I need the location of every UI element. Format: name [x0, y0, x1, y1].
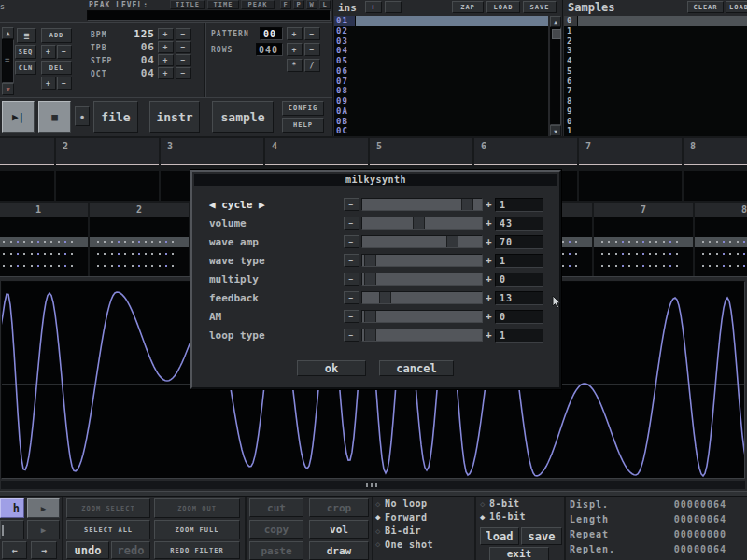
cycle-value-box[interactable]: 1	[495, 198, 543, 212]
freq-l-button[interactable]: L	[319, 0, 331, 9]
order-pattern-cell[interactable]	[0, 171, 54, 201]
instrument-name-field[interactable]	[356, 126, 548, 136]
loop-mode-one-shot[interactable]: ◇One shot	[375, 539, 433, 550]
cln-button[interactable]: CLN	[15, 61, 36, 75]
instrument-name-field[interactable]	[356, 86, 548, 96]
sample-row[interactable]: 4	[564, 56, 747, 66]
wave-type-slider-handle[interactable]	[364, 255, 376, 266]
crop-button[interactable]: crop	[309, 498, 369, 517]
title-button[interactable]: TITLE	[170, 0, 205, 9]
cut-button[interactable]: cut	[249, 498, 303, 517]
exit-button[interactable]: exit	[489, 547, 549, 560]
loop-mode-bi-dir[interactable]: ◇Bi-dir	[375, 525, 421, 536]
instrument-name-field[interactable]	[356, 106, 548, 117]
oct-plus-button[interactable]: +	[158, 67, 174, 79]
feedback-slider[interactable]	[361, 291, 483, 304]
sample-row[interactable]: 5	[564, 66, 747, 77]
order-position-cell[interactable]: 6	[474, 138, 577, 165]
order-pattern-cell[interactable]	[579, 171, 682, 201]
wave-type-slider[interactable]	[361, 254, 483, 267]
cycle-plus-button[interactable]: +	[486, 198, 492, 210]
next-arrow-icon[interactable]: ▶	[252, 199, 264, 211]
scroll-right-button[interactable]: →	[31, 541, 57, 559]
zoom-out-button[interactable]: ZOOM OUT	[154, 498, 240, 518]
seq-button[interactable]: SEQ	[15, 45, 36, 59]
channel-header-8[interactable]: 8	[695, 203, 747, 217]
order-position-cell[interactable]: 5	[370, 138, 472, 165]
sample-name-field[interactable]	[578, 126, 747, 136]
rows-plus-button[interactable]: +	[287, 43, 303, 56]
save-sample-button[interactable]: save	[521, 527, 562, 545]
instrument-scroll-down-button[interactable]: ▼	[550, 125, 561, 136]
tpb-plus-button[interactable]: +	[158, 41, 174, 53]
loop-mode-forward[interactable]: ◆Forward	[375, 512, 428, 523]
instrument-name-field[interactable]	[356, 16, 548, 26]
ok-button[interactable]: ok	[297, 360, 366, 376]
sample-name-field[interactable]	[578, 26, 747, 36]
instrument-name-field[interactable]	[356, 96, 548, 106]
order-position-cell[interactable]: 4	[265, 138, 368, 165]
wave-type-plus-button[interactable]: +	[486, 254, 492, 266]
file-tab-button[interactable]: file	[93, 101, 138, 133]
order-del-button[interactable]: DEL	[41, 61, 72, 75]
instrument-row[interactable]: 0C	[334, 126, 548, 136]
prev-arrow-icon[interactable]: ◀	[209, 199, 221, 211]
oct-minus-button[interactable]: −	[176, 67, 191, 79]
sample-row[interactable]: 0	[564, 16, 747, 26]
step-minus-button[interactable]: −	[176, 54, 191, 66]
feedback-value-box[interactable]: 13	[495, 291, 543, 305]
sample-row[interactable]: 1	[564, 26, 747, 36]
config-button[interactable]: CONFIG	[282, 101, 324, 116]
play-range-button[interactable]: ▶	[27, 498, 60, 518]
channel-header-2[interactable]: 2	[90, 203, 189, 217]
instrument-load-button[interactable]: LOAD	[486, 1, 520, 13]
order-scroll-grip[interactable]: ≡	[5, 56, 9, 65]
resolution-8-bit[interactable]: ◇8-bit	[480, 498, 520, 509]
wave-amp-value-box[interactable]: 70	[495, 235, 543, 249]
loop-type-plus-button[interactable]: +	[486, 329, 492, 341]
multiply-minus-button[interactable]: −	[344, 273, 359, 286]
wave-amp-slider[interactable]	[361, 235, 483, 248]
order-position-cell[interactable]: 3	[161, 138, 263, 165]
order-menu-button[interactable]: ≡	[17, 28, 36, 43]
redo-button[interactable]: redo	[111, 541, 150, 559]
wave-amp-slider-handle[interactable]	[446, 236, 458, 247]
step-plus-button[interactable]: +	[158, 54, 174, 66]
channel-header-7[interactable]: 7	[594, 203, 693, 217]
wave-amp-plus-button[interactable]: +	[486, 235, 492, 247]
zoom-full-button[interactable]: ZOOM FULL	[154, 520, 240, 539]
order-add-button[interactable]: ADD	[41, 28, 72, 43]
copy-button[interactable]: copy	[249, 520, 303, 539]
time-button[interactable]: TIME	[207, 0, 239, 9]
pattern-plus-button[interactable]: +	[287, 27, 303, 40]
instrument-row[interactable]: 06	[334, 66, 548, 77]
am-slider[interactable]	[361, 310, 483, 323]
sample-name-field[interactable]	[578, 106, 747, 117]
wave-amp-minus-button[interactable]: −	[344, 235, 359, 248]
am-value-box[interactable]: 0	[495, 310, 543, 324]
sample-tab-button[interactable]: sample	[212, 101, 274, 133]
order-position-cell[interactable]: 7	[579, 138, 682, 165]
play-button[interactable]: ▶|	[2, 101, 35, 133]
sample-row[interactable]: 7	[564, 86, 747, 96]
sample-row[interactable]: 3	[564, 46, 747, 56]
instrument-name-field[interactable]	[356, 56, 548, 66]
order-plus2-button[interactable]: +	[41, 77, 56, 90]
hscroll-grip[interactable]	[366, 483, 368, 487]
multiply-slider-handle[interactable]	[364, 273, 376, 285]
sample-name-field[interactable]	[578, 56, 747, 66]
instrument-name-field[interactable]	[356, 46, 548, 56]
sample-name-field[interactable]	[578, 86, 747, 96]
order-scrollbar[interactable]: ≡	[2, 39, 14, 83]
instrument-scrollbar[interactable]	[550, 27, 561, 125]
select-all-button[interactable]: SELECT ALL	[66, 520, 150, 539]
waveform-hscrollbar[interactable]	[1, 481, 745, 489]
loop-mode-no-loop[interactable]: ◇No loop	[375, 498, 428, 509]
wave-type-value-box[interactable]: 1	[495, 254, 543, 268]
channel-column[interactable]	[0, 217, 88, 276]
multiply-plus-button[interactable]: +	[486, 273, 492, 285]
instrument-scroll-thumb[interactable]	[552, 29, 561, 39]
am-plus-button[interactable]: +	[486, 310, 492, 322]
freq-p-button[interactable]: P	[293, 0, 304, 9]
multiply-slider[interactable]	[361, 273, 483, 286]
